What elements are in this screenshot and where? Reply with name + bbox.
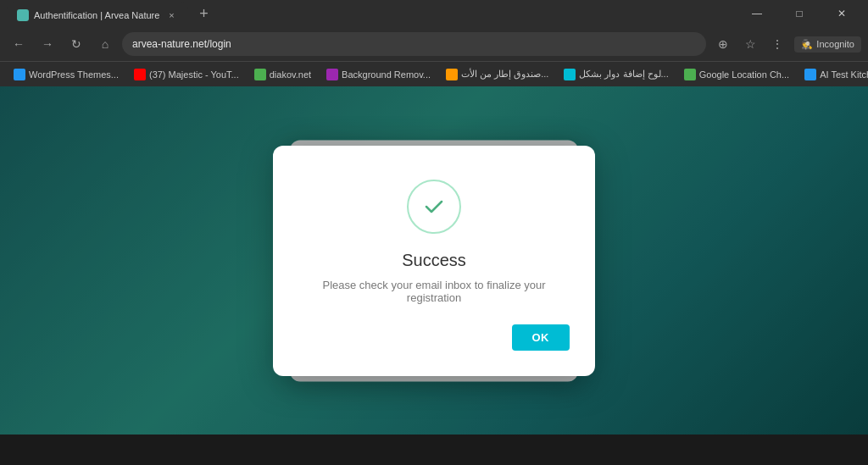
forward-button[interactable]: → bbox=[36, 32, 59, 56]
minimize-button[interactable]: — bbox=[737, 0, 776, 27]
maximize-button[interactable]: □ bbox=[780, 0, 819, 27]
success-modal: Success Please check your email inbox to… bbox=[273, 146, 595, 376]
address-icons: ⊕ ☆ ⋮ bbox=[711, 32, 789, 56]
ok-button[interactable]: OK bbox=[512, 324, 570, 351]
browser-tab[interactable]: Authentification | Arvea Nature × bbox=[7, 3, 188, 28]
incognito-icon: 🕵 bbox=[801, 39, 813, 50]
reload-button[interactable]: ↻ bbox=[64, 32, 88, 56]
bookmark-icon bbox=[254, 69, 266, 80]
success-title: Success bbox=[402, 251, 466, 270]
bookmarks-bar: WordPress Themes... (37) Majestic - YouT… bbox=[0, 61, 868, 86]
back-button[interactable]: ← bbox=[7, 32, 31, 56]
tab-favicon bbox=[17, 9, 29, 21]
bookmark-item[interactable]: diakov.net bbox=[248, 67, 318, 82]
bookmark-icon bbox=[446, 69, 458, 80]
bookmark-item[interactable]: WordPress Themes... bbox=[7, 67, 125, 82]
bookmark-icon bbox=[804, 69, 816, 80]
bookmark-icon bbox=[564, 69, 576, 80]
home-button[interactable]: ⌂ bbox=[93, 32, 117, 56]
bookmark-label: لوح إضافة دوار بشكل... bbox=[579, 69, 668, 80]
bookmark-label: Background Remov... bbox=[342, 69, 431, 80]
success-message: Please check your email inbox to finaliz… bbox=[298, 279, 570, 304]
title-bar: Authentification | Arvea Nature × + — □ … bbox=[0, 0, 868, 27]
bookmark-icon bbox=[684, 69, 696, 80]
main-content: 🌐 English ▾ Sign in to your account User… bbox=[0, 86, 868, 435]
more-options-icon[interactable]: ⋮ bbox=[765, 32, 789, 56]
browser-chrome: Authentification | Arvea Nature × + — □ … bbox=[0, 0, 868, 86]
modal-overlay: Success Please check your email inbox to… bbox=[0, 86, 868, 435]
cast-icon[interactable]: ⊕ bbox=[711, 32, 735, 56]
bookmark-item[interactable]: Background Remov... bbox=[320, 67, 437, 82]
new-tab-button[interactable]: + bbox=[192, 2, 215, 25]
bookmark-icon bbox=[326, 69, 338, 80]
checkmark-icon bbox=[422, 195, 446, 219]
success-icon-circle bbox=[407, 180, 461, 234]
address-bar-row: ← → ↻ ⌂ ⊕ ☆ ⋮ 🕵 Incognito bbox=[0, 27, 868, 61]
bookmark-icon bbox=[134, 69, 146, 80]
window-controls: — □ ✕ bbox=[737, 0, 861, 27]
bookmark-item[interactable]: لوح إضافة دوار بشكل... bbox=[557, 67, 675, 82]
incognito-badge: 🕵 Incognito bbox=[794, 36, 861, 53]
bookmark-item[interactable]: صندوق إطار من الأت... bbox=[439, 67, 555, 82]
bookmark-label: صندوق إطار من الأت... bbox=[461, 69, 548, 80]
bookmark-item[interactable]: AI Test Kitchen bbox=[798, 67, 868, 82]
bookmark-icon bbox=[14, 69, 25, 80]
address-input[interactable] bbox=[122, 32, 706, 56]
ok-button-row: OK bbox=[298, 324, 570, 351]
bookmark-label: diakov.net bbox=[270, 69, 311, 80]
bookmark-item[interactable]: Google Location Ch... bbox=[677, 67, 796, 82]
bookmark-label: Google Location Ch... bbox=[699, 69, 789, 80]
bookmark-item[interactable]: (37) Majestic - YouT... bbox=[127, 67, 246, 82]
tab-title: Authentification | Arvea Nature bbox=[34, 10, 159, 20]
close-window-button[interactable]: ✕ bbox=[822, 0, 861, 27]
tab-close-button[interactable]: × bbox=[164, 8, 178, 22]
incognito-label: Incognito bbox=[816, 39, 854, 49]
bookmark-star-icon[interactable]: ☆ bbox=[738, 32, 762, 56]
bookmark-label: WordPress Themes... bbox=[29, 69, 119, 80]
bookmark-label: (37) Majestic - YouT... bbox=[149, 69, 239, 80]
bookmark-label: AI Test Kitchen bbox=[820, 69, 868, 80]
